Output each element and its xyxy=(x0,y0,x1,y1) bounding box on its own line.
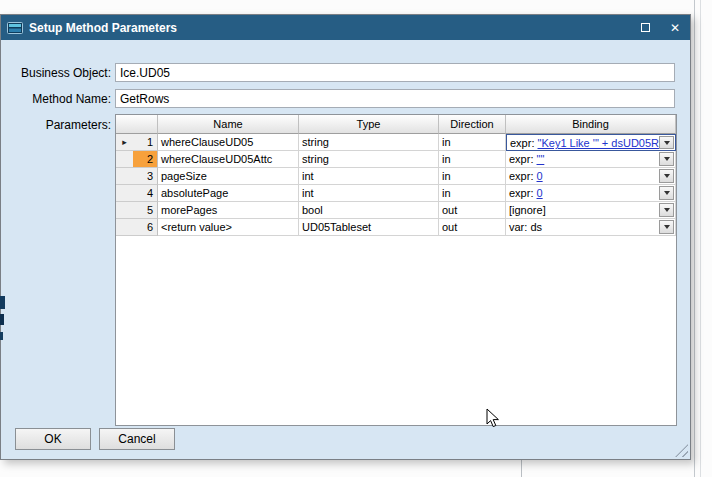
chevron-down-icon xyxy=(664,225,670,229)
cell-type[interactable]: bool xyxy=(299,202,439,219)
row-selector-arrow-icon xyxy=(116,168,133,184)
row-selector-arrow-icon xyxy=(116,202,133,218)
row-number: 2 xyxy=(133,151,157,167)
row-header[interactable]: 6 xyxy=(116,219,158,236)
mouse-cursor xyxy=(486,408,500,429)
business-object-label: Business Object: xyxy=(5,66,111,80)
cancel-button[interactable]: Cancel xyxy=(99,428,175,450)
cell-name[interactable]: whereClauseUD05 xyxy=(158,134,299,151)
cell-direction[interactable]: out xyxy=(439,202,506,219)
resize-grip[interactable] xyxy=(675,444,688,457)
chevron-down-icon xyxy=(664,157,670,161)
row-number: 3 xyxy=(133,168,157,184)
method-name-label: Method Name: xyxy=(5,92,111,106)
cell-direction[interactable]: in xyxy=(439,185,506,202)
binding-dropdown-button[interactable] xyxy=(659,152,674,166)
table-row[interactable]: 3 pageSize int in expr: 0 xyxy=(116,168,676,185)
method-name-input[interactable] xyxy=(115,89,675,108)
row-number: 5 xyxy=(133,202,157,218)
screen: Setup Method Parameters ✕ Business Objec… xyxy=(0,0,712,477)
setup-method-parameters-dialog: Setup Method Parameters ✕ Business Objec… xyxy=(0,14,691,460)
table-row[interactable]: 2 whereClauseUD05Attc string in expr: "" xyxy=(116,151,676,168)
background-window-fragment xyxy=(0,296,5,309)
row-number: 4 xyxy=(133,185,157,201)
parameters-label: Parameters: xyxy=(5,118,111,132)
binding-prefix: expr: xyxy=(510,137,538,149)
cell-name[interactable]: whereClauseUD05Attc xyxy=(158,151,299,168)
column-header-name[interactable]: Name xyxy=(158,115,299,134)
row-header[interactable]: 2 xyxy=(116,151,158,168)
cell-name[interactable]: <return value> xyxy=(158,219,299,236)
binding-dropdown-button[interactable] xyxy=(659,220,674,234)
ok-button[interactable]: OK xyxy=(15,428,91,450)
cell-binding[interactable]: expr: 0 xyxy=(506,185,676,202)
background-divider-line xyxy=(694,0,695,477)
binding-value[interactable]: "" xyxy=(537,153,545,165)
binding-value[interactable]: 0 xyxy=(537,187,543,199)
cell-direction[interactable]: in xyxy=(439,134,506,151)
title-buttons: ✕ xyxy=(630,15,690,40)
window-title: Setup Method Parameters xyxy=(29,21,630,35)
background-window-fragment xyxy=(0,332,3,340)
table-row[interactable]: 5 morePages bool out [ignore] xyxy=(116,202,676,219)
cell-binding[interactable]: var: ds xyxy=(506,219,676,236)
cell-name[interactable]: pageSize xyxy=(158,168,299,185)
row-selector-arrow-icon xyxy=(116,185,133,201)
grid-header-row: Name Type Direction Binding xyxy=(116,115,676,134)
binding-value[interactable]: "Key1 Like '" + dsUD05R xyxy=(538,137,660,149)
cell-direction[interactable]: in xyxy=(439,151,506,168)
row-number: 6 xyxy=(133,219,157,235)
chevron-down-icon xyxy=(664,191,670,195)
binding-dropdown-button[interactable] xyxy=(659,186,674,200)
binding-dropdown-button[interactable] xyxy=(659,136,674,149)
binding-prefix: expr: xyxy=(509,170,537,182)
binding-prefix: expr: xyxy=(509,187,537,199)
cell-direction[interactable]: in xyxy=(439,168,506,185)
chevron-down-icon xyxy=(664,141,670,145)
maximize-button[interactable] xyxy=(630,15,660,40)
cell-type[interactable]: UD05Tableset xyxy=(299,219,439,236)
binding-value[interactable]: 0 xyxy=(537,170,543,182)
cell-type[interactable]: string xyxy=(299,134,439,151)
cell-binding[interactable]: expr: 0 xyxy=(506,168,676,185)
column-header-direction[interactable]: Direction xyxy=(439,115,506,134)
row-selector-arrow-icon xyxy=(116,151,133,167)
column-header-binding[interactable]: Binding xyxy=(506,115,676,134)
cell-name[interactable]: morePages xyxy=(158,202,299,219)
binding-prefix: var: xyxy=(509,221,530,233)
business-object-input[interactable] xyxy=(115,63,675,82)
binding-dropdown-button[interactable] xyxy=(659,203,674,217)
row-header-corner xyxy=(116,115,158,134)
row-selector-arrow-icon: ▸ xyxy=(116,134,133,150)
cell-direction[interactable]: out xyxy=(439,219,506,236)
background-divider-line xyxy=(700,0,701,477)
chevron-down-icon xyxy=(664,208,670,212)
cell-type[interactable]: int xyxy=(299,185,439,202)
title-bar[interactable]: Setup Method Parameters ✕ xyxy=(1,15,690,40)
row-header[interactable]: 5 xyxy=(116,202,158,219)
cell-type[interactable]: string xyxy=(299,151,439,168)
close-button[interactable]: ✕ xyxy=(660,15,690,40)
binding-dropdown-button[interactable] xyxy=(659,169,674,183)
dialog-body: Business Object: Method Name: Parameters… xyxy=(1,40,690,459)
parameters-grid[interactable]: Name Type Direction Binding ▸ 1 whereCla… xyxy=(115,114,677,426)
cell-binding[interactable]: expr: "Key1 Like '" + dsUD05R xyxy=(506,134,676,151)
cell-type[interactable]: int xyxy=(299,168,439,185)
table-row[interactable]: 4 absolutePage int in expr: 0 xyxy=(116,185,676,202)
row-header[interactable]: 3 xyxy=(116,168,158,185)
binding-prefix: expr: xyxy=(509,153,537,165)
cell-binding[interactable]: expr: "" xyxy=(506,151,676,168)
maximize-icon xyxy=(641,23,650,32)
background-window-fragment xyxy=(0,314,4,325)
chevron-down-icon xyxy=(664,174,670,178)
row-header[interactable]: ▸ 1 xyxy=(116,134,158,151)
table-row[interactable]: ▸ 1 whereClauseUD05 string in expr: "Key… xyxy=(116,134,676,151)
binding-value[interactable]: ds xyxy=(530,221,542,233)
column-header-type[interactable]: Type xyxy=(299,115,439,134)
table-row[interactable]: 6 <return value> UD05Tableset out var: d… xyxy=(116,219,676,236)
row-number: 1 xyxy=(133,134,157,150)
row-header[interactable]: 4 xyxy=(116,185,158,202)
binding-value[interactable]: [ignore] xyxy=(509,204,546,216)
cell-name[interactable]: absolutePage xyxy=(158,185,299,202)
cell-binding[interactable]: [ignore] xyxy=(506,202,676,219)
